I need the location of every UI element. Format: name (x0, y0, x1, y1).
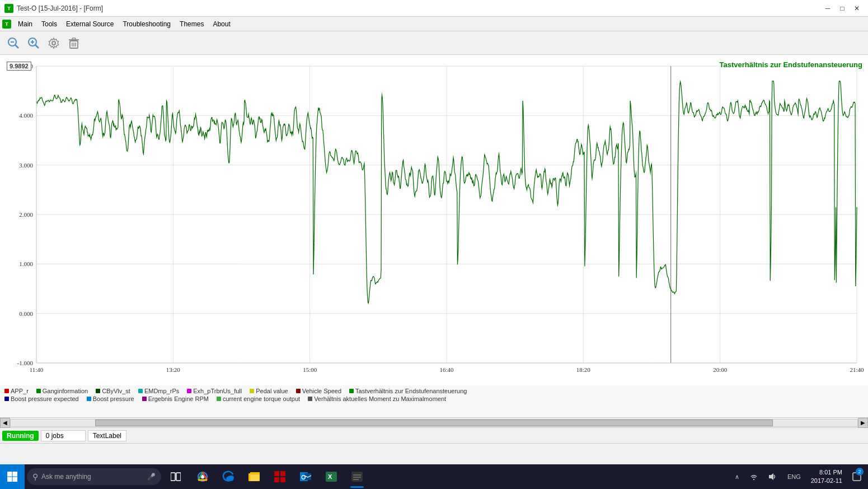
chrome-icon (196, 470, 209, 483)
network-icon[interactable] (745, 464, 763, 489)
legend-label-app-r: APP_r (11, 388, 29, 394)
legend-label-boost: Boost pressure (93, 395, 134, 402)
close-button[interactable]: ✕ (850, 3, 864, 14)
scroll-left-button[interactable]: ◀ (0, 418, 10, 428)
chart-title: Tastverhältnis zur Endstufenansteuerung (720, 60, 862, 69)
svg-rect-27 (274, 477, 279, 482)
dark-app-icon (350, 470, 364, 483)
scroll-track[interactable] (10, 419, 858, 427)
menu-bar: T Main Tools External Source Troubleshoo… (0, 17, 868, 31)
maximize-button[interactable]: □ (836, 3, 849, 14)
menu-item-external[interactable]: External Source (62, 17, 118, 31)
legend-dot-torque (217, 397, 221, 401)
legend-item-verhaltnis: Verhältnis aktuelles Moment zu Maximalmo… (308, 395, 446, 402)
clock-time: 8:01 PM (819, 468, 842, 477)
svg-rect-24 (250, 472, 260, 474)
window-title: Test-O [15-Jul-2016] - [Form] (17, 4, 821, 12)
legend-label-boost-exp: Boost pressure expected (11, 395, 79, 402)
delete-icon (68, 37, 80, 49)
status-running: Running (2, 431, 39, 441)
legend-item-ergebnis: Ergebnis Engine RPM (142, 395, 209, 402)
zoom-in-icon (27, 37, 40, 49)
minimize-button[interactable]: ─ (821, 3, 834, 14)
menu-item-about[interactable]: About (208, 17, 234, 31)
cursor-value: 9.9892 (7, 62, 31, 71)
task-view-button[interactable] (166, 464, 186, 489)
search-bar[interactable]: ⚲ Ask me anything 🎤 (27, 468, 161, 485)
delete-button[interactable] (65, 34, 83, 52)
zoom-out-icon (7, 37, 20, 49)
legend-dot-exh (187, 389, 191, 393)
svg-line-6 (35, 45, 39, 48)
svg-text:O: O (301, 474, 306, 481)
svg-rect-19 (176, 473, 181, 481)
legend-item-emdmp: EMDmp_rPs (138, 388, 179, 394)
svg-rect-18 (171, 473, 175, 481)
legend-label-vspeed: Vehicle Speed (302, 388, 341, 394)
taskbar-app-excel[interactable]: X (319, 464, 344, 489)
system-tray[interactable]: ∧ (730, 464, 744, 489)
clock[interactable]: 8:01 PM 2017-02-11 (806, 468, 847, 486)
zoom-out-button[interactable] (4, 34, 22, 52)
legend-dot-emdmp (138, 389, 143, 393)
svg-rect-15 (13, 472, 18, 477)
chart-container: Tastverhältnis zur Endstufenansteuerung … (0, 55, 868, 385)
scroll-right-button[interactable]: ▶ (858, 418, 868, 428)
task-view-icon (171, 472, 181, 482)
svg-marker-38 (769, 473, 773, 480)
legend-dot-boost-exp (4, 397, 9, 401)
legend-label-verhaltnis: Verhältnis aktuelles Moment zu Maximalmo… (314, 395, 446, 402)
legend-item-cbyvlv: CByVlv_st (96, 388, 130, 394)
menu-item-tools[interactable]: Tools (37, 17, 62, 31)
svg-rect-10 (72, 38, 76, 40)
search-placeholder: Ask me anything (41, 473, 91, 481)
legend-dot-tast (349, 389, 354, 393)
legend-item-vspeed: Vehicle Speed (296, 388, 341, 394)
menu-item-themes[interactable]: Themes (175, 17, 208, 31)
start-button[interactable] (0, 464, 25, 489)
microphone-icon: 🎤 (147, 473, 156, 481)
legend-dot-vspeed (296, 389, 301, 393)
legend-dot-gang (36, 389, 41, 393)
legend-label-pedal: Pedal value (256, 388, 288, 394)
settings-button[interactable] (45, 34, 63, 52)
chart-canvas[interactable] (0, 55, 868, 385)
outlook-icon: O (299, 470, 312, 483)
notification-center-button[interactable]: 2 (848, 464, 866, 489)
legend-dot-boost (87, 397, 91, 401)
language-text: ENG (787, 473, 801, 480)
legend-label-gang: Ganginformation (43, 388, 88, 394)
menu-item-troubleshooting[interactable]: Troubleshooting (118, 17, 175, 31)
scroll-area: ◀ ▶ (0, 418, 868, 428)
excel-icon: X (325, 470, 338, 483)
notification-badge: 2 (856, 468, 864, 476)
taskbar-system-icons (166, 464, 186, 489)
toolbar (0, 31, 868, 55)
legend-item-boost-exp: Boost pressure expected (4, 395, 79, 402)
zoom-in-button[interactable] (25, 34, 43, 52)
taskbar-app-outlook[interactable]: O (293, 464, 318, 489)
speaker-icon (768, 472, 777, 481)
taskbar-app-explorer[interactable] (242, 464, 266, 489)
legend-dot-ergebnis (142, 397, 147, 401)
taskbar-app-edge[interactable] (216, 464, 241, 489)
settings-icon (48, 37, 60, 49)
taskbar-apps: O X (190, 464, 369, 489)
file-explorer-icon (247, 470, 261, 483)
scroll-thumb[interactable] (95, 420, 772, 426)
taskbar-app-chrome[interactable] (190, 464, 215, 489)
legend-label-emdmp: EMDmp_rPs (144, 388, 179, 394)
svg-rect-16 (7, 477, 12, 482)
language-label[interactable]: ENG (783, 464, 805, 489)
wifi-icon (749, 472, 758, 481)
svg-rect-36 (353, 477, 361, 478)
menu-item-main[interactable]: Main (13, 17, 37, 31)
legend-item-boost: Boost pressure (87, 395, 134, 402)
taskbar-app-dark[interactable] (345, 464, 369, 489)
taskbar-app-red-grid[interactable] (268, 464, 292, 489)
legend-item-tast: Tastverhältnis zur Endstufenansteuerung (349, 388, 467, 394)
legend-row-2: Boost pressure expected Boost pressure E… (4, 395, 864, 402)
chevron-icon: ∧ (735, 473, 739, 481)
legend-dot-pedal (250, 389, 254, 393)
volume-icon[interactable] (764, 464, 782, 489)
